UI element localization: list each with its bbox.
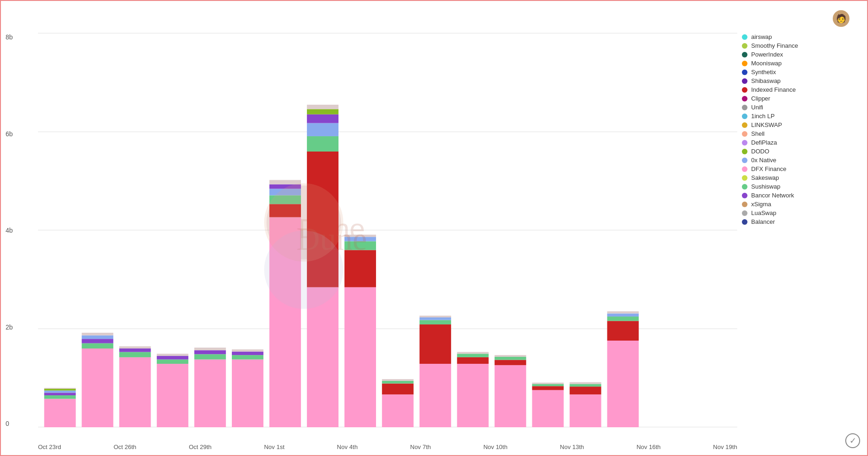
bar-segment: [570, 384, 601, 387]
legend-dot: [742, 70, 747, 75]
legend-item-mooniswap: Mooniswap: [742, 60, 862, 67]
bar-segment: [119, 346, 151, 348]
bar-segment: [495, 365, 526, 427]
bar-segment: [232, 352, 263, 355]
bar-segment: [420, 317, 451, 320]
bar-segment: [420, 364, 451, 427]
x-label-nov16: Nov 16th: [637, 443, 661, 450]
y-label-0: 0: [6, 420, 13, 427]
legend-dot: [742, 52, 747, 57]
legend-label: xSigma: [751, 201, 771, 208]
bar-segment: [44, 389, 76, 391]
bar-segment: [607, 341, 638, 427]
legend-label: Unifi: [751, 104, 763, 111]
y-label-2b: 2b: [6, 323, 13, 331]
legend-item-1inch-lp: 1inch LP: [742, 113, 862, 120]
verify-badge: ✓: [845, 433, 860, 448]
avatar: 🧑: [833, 10, 849, 27]
bar-segment: [232, 360, 263, 427]
bar-segment: [82, 333, 113, 336]
legend-label: DODO: [751, 148, 769, 155]
bar-segment: [420, 316, 451, 317]
legend-item-shibaswap: Shibaswap: [742, 77, 862, 84]
legend-dot: [742, 219, 747, 225]
legend-dot: [742, 166, 747, 172]
legend-label: DFX Finance: [751, 165, 786, 172]
legend-dot: [742, 210, 747, 216]
x-label-nov13: Nov 13th: [560, 443, 584, 450]
bar-segment: [457, 352, 489, 354]
legend-label: Mooniswap: [751, 60, 782, 67]
bar-segment: [44, 393, 76, 395]
bar-segment: [307, 105, 338, 109]
chart-container: 🧑 0 2b 4b 6b 8b Dune Dune Oct 23rd Oct 2…: [0, 0, 868, 456]
legend-label: Smoothy Finance: [751, 42, 798, 49]
legend-item-unifi: Unifi: [742, 104, 862, 111]
legend-item-0x-native: 0x Native: [742, 157, 862, 164]
legend-dot: [742, 43, 747, 49]
legend-item-sushiswap: Sushiswap: [742, 183, 862, 190]
legend-item-dodo: DODO: [742, 148, 862, 155]
legend-item-dfx-finance: DFX Finance: [742, 165, 862, 172]
legend-dot: [742, 87, 747, 93]
bar-chart-svg: Dune Dune: [38, 33, 737, 427]
bar-segment: [157, 354, 188, 356]
x-label-nov10: Nov 10th: [483, 443, 507, 450]
bar-segment: [495, 357, 526, 360]
legend-dot: [742, 184, 747, 190]
bar-segment: [44, 395, 76, 399]
bar-segment: [382, 379, 414, 381]
bar-segment: [194, 350, 226, 355]
bar-segment: [307, 287, 338, 427]
legend-item-linkswap: LINKSWAP: [742, 121, 862, 128]
legend-item-defiplaza: DefiPlaza: [742, 139, 862, 146]
legend-item-airswap: airswap: [742, 33, 862, 40]
legend-dot: [742, 96, 747, 101]
x-label-nov4: Nov 4th: [337, 443, 358, 450]
y-label-6b: 6b: [6, 130, 13, 138]
legend-item-indexed-finance: Indexed Finance: [742, 86, 862, 93]
user-handle: 🧑: [833, 10, 853, 27]
y-label-4b: 4b: [6, 227, 13, 234]
bar-segment: [607, 311, 638, 314]
legend-dot: [742, 193, 747, 198]
bar-segment: [232, 349, 263, 352]
bar-segment: [607, 313, 638, 317]
bar-segment: [495, 355, 526, 357]
legend-label: LuaSwap: [751, 209, 776, 216]
bar-segment: [382, 394, 414, 427]
bar-segment: [607, 321, 638, 341]
bar-segment: [82, 343, 113, 348]
x-label-oct26: Oct 26th: [114, 443, 136, 450]
legend-dot: [742, 122, 747, 128]
legend-dot: [742, 114, 747, 119]
bar-segment: [119, 352, 151, 357]
legend-dot: [742, 175, 747, 181]
legend-item-clipper: Clipper: [742, 95, 862, 102]
legend-dot: [742, 61, 747, 66]
bar-segment: [307, 136, 338, 152]
legend-label: Clipper: [751, 95, 770, 102]
legend-item-xsigma: xSigma: [742, 201, 862, 208]
legend-item-luaswap: LuaSwap: [742, 209, 862, 216]
legend-dot: [742, 202, 747, 207]
legend-label: 0x Native: [751, 157, 776, 164]
bar-segment: [345, 287, 376, 427]
legend-label: PowerIndex: [751, 51, 783, 58]
legend-label: Sushiswap: [751, 183, 780, 190]
bar-segment: [82, 336, 113, 339]
legend-label: Balancer: [751, 218, 775, 225]
x-label-oct29: Oct 29th: [189, 443, 211, 450]
legend-item-balancer: Balancer: [742, 218, 862, 225]
legend-dot: [742, 105, 747, 110]
legend-item-powerindex: PowerIndex: [742, 51, 862, 58]
bar-segment: [382, 381, 414, 384]
y-label-8b: 8b: [6, 33, 13, 41]
legend-dot: [742, 78, 747, 84]
bar-segment: [570, 382, 601, 384]
legend-dot: [742, 158, 747, 163]
bar-segment: [82, 339, 113, 343]
legend-label: Sakeswap: [751, 174, 779, 181]
bar-segment: [82, 348, 113, 427]
bar-segment: [532, 383, 564, 384]
